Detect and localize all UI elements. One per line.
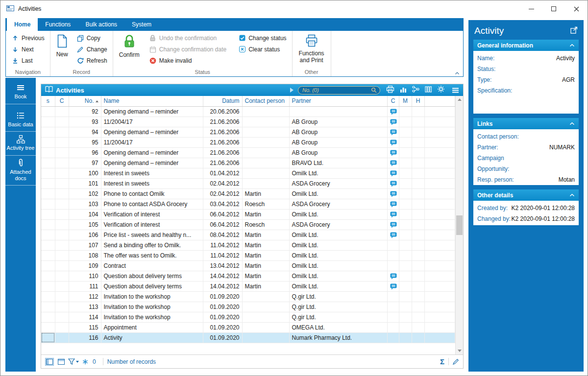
column-header-partner[interactable]: Partner (289, 96, 387, 106)
table-row[interactable]: 93 11/2004/17 21.06.2006 AB Group (41, 117, 455, 127)
columns-icon[interactable] (425, 86, 432, 94)
table-row[interactable]: 107 Send a binding offer to Omilk. 11.04… (41, 240, 455, 250)
table-row[interactable]: 109 Contract 13.04.2012 Martin Omilk Ltd… (41, 260, 455, 271)
table-row[interactable]: 92 Opening demand – reminder 20.06.2006 (41, 106, 455, 117)
scrollbar-thumb[interactable] (456, 215, 463, 235)
column-header-contact-person[interactable]: Contact person (242, 96, 289, 106)
table-row[interactable]: 106 Price list - sweets and healthy n...… (41, 230, 455, 240)
tab-home[interactable]: Home (7, 18, 38, 31)
sidebar-item-book[interactable]: Book (5, 80, 36, 104)
column-header-s[interactable]: s (41, 96, 55, 106)
marked-records-icon[interactable] (82, 359, 88, 365)
general-information-header[interactable]: General information (473, 40, 579, 51)
print-icon[interactable] (386, 86, 394, 95)
number-of-records-label[interactable]: Number of records (107, 358, 156, 365)
table-row[interactable]: 113 Invitation to the workshop 01.09.202… (41, 302, 455, 312)
vertical-scrollbar[interactable] (455, 96, 463, 354)
other-details-card: Other details Created by:K2 2020-09-01 1… (473, 189, 579, 225)
column-header-filler (424, 96, 455, 106)
workflow-icon[interactable] (412, 86, 419, 94)
scroll-up-button[interactable] (456, 96, 463, 103)
table-row[interactable]: 112 Invitation to the workshop 01.09.202… (41, 291, 455, 302)
field-opportunity: Opportunity: (477, 164, 575, 174)
list-icon (6, 111, 35, 120)
other-details-header[interactable]: Other details (473, 189, 579, 201)
table-row[interactable]: 102 Phone to contact Omilk 02.04.2012 Ma… (41, 188, 455, 199)
refresh-button[interactable]: Refresh (73, 55, 111, 66)
undo-confirmation-button: Undo the confirmation (146, 32, 230, 44)
sidebar-item-basic-data[interactable]: Basic data (5, 108, 36, 132)
next-button[interactable]: Next (8, 44, 48, 55)
scroll-down-button[interactable] (456, 347, 463, 354)
table-row[interactable]: 104 Verification of interest 06.04.2012 … (41, 209, 455, 219)
column-header-m[interactable]: M (399, 96, 412, 106)
comment-icon (390, 170, 397, 177)
filter-caret-icon (76, 361, 79, 363)
minimize-button[interactable] (520, 0, 542, 17)
tab-functions[interactable]: Functions (38, 18, 78, 31)
sidebar-item-activity-tree[interactable]: Activity tree (5, 132, 36, 156)
play-filter-icon[interactable] (290, 88, 294, 93)
change-status-icon (238, 34, 246, 42)
toggle-bottom-panel-button[interactable] (58, 359, 65, 365)
field-resp-person: Resp. person:Motan (477, 174, 575, 185)
green-lock-icon (122, 34, 136, 50)
search-input[interactable] (301, 87, 371, 94)
chevron-up-icon (569, 122, 575, 125)
table-row[interactable]: 101 Interest in sweets 02.04.2012 ASDA G… (41, 178, 455, 188)
tab-bulk-actions[interactable]: Bulk actions (78, 18, 124, 31)
change-button[interactable]: Change (73, 44, 111, 55)
table-row[interactable]: 110 Question about delivery terms 14.04.… (41, 271, 455, 281)
new-button[interactable]: New (52, 32, 72, 69)
left-sidebar: Book Basic data Activity tree Attached d… (5, 78, 36, 372)
gear-icon[interactable] (437, 85, 445, 95)
edit-icon[interactable] (453, 358, 459, 365)
sidebar-item-attached-docs[interactable]: Attached docs (5, 156, 36, 186)
column-header-datum[interactable]: Datum (203, 96, 242, 106)
ribbon-tabstrip: Home Functions Bulk actions System (5, 18, 464, 31)
table-row[interactable]: 105 Verification of interest 06.04.2012 … (41, 219, 455, 230)
links-header[interactable]: Links (473, 118, 579, 129)
table-row[interactable]: 95 11/2004/17 21.06.2006 AB Group (41, 137, 455, 147)
chart-icon[interactable] (400, 86, 407, 94)
sum-icon[interactable]: Σ (440, 358, 444, 365)
clear-status-button[interactable]: Clear status (235, 44, 290, 55)
table-row[interactable]: 108 The offer was sent to Omilk. 11.04.2… (41, 250, 455, 260)
column-header-c[interactable]: C (55, 96, 69, 106)
table-row[interactable]: 115 Appointment 01.09.2020 OMEGA Ltd. (41, 322, 455, 332)
column-header-no[interactable]: No. (69, 96, 101, 106)
table-row[interactable]: 103 Phone to contact ASDA Grocery 03.04.… (41, 199, 455, 209)
group-label-navigation: Navigation (6, 69, 50, 76)
column-header-c2[interactable]: C (387, 96, 399, 106)
filter-button[interactable] (68, 358, 79, 365)
table-row[interactable]: 100 Interest in sweets 01.04.2012 Omilk … (41, 168, 455, 178)
maximize-button[interactable] (542, 0, 565, 17)
toggle-side-panel-button[interactable] (45, 358, 54, 366)
change-status-button[interactable]: Change status (235, 32, 290, 44)
last-button[interactable]: Last (8, 55, 48, 66)
table-row[interactable]: 97 Opening demand – reminder 21.06.2006 … (41, 158, 455, 168)
field-created-by: Created by:K2 2020-09-01 12:00:28 (477, 203, 575, 213)
tab-system[interactable]: System (124, 18, 159, 31)
make-invalid-button[interactable]: Make invalid (146, 55, 230, 66)
column-header-h[interactable]: H (412, 96, 424, 106)
functions-and-print-button[interactable]: Functions and Print (294, 32, 329, 69)
confirm-button[interactable]: Confirm (115, 32, 144, 69)
expand-panel-icon[interactable] (570, 26, 578, 36)
copy-button[interactable]: Copy (73, 32, 111, 44)
collapse-ribbon-button[interactable] (455, 71, 460, 75)
calendar-icon (149, 46, 157, 53)
pencil-icon (76, 46, 84, 53)
table-row[interactable]: 114 Invitation to the workshop 01.09.202… (41, 312, 455, 322)
table-row[interactable]: 96 Opening demand – reminder 21.06.2006 … (41, 147, 455, 158)
group-label-record: Record (50, 69, 113, 76)
column-header-row: s C No. Name Datum Contact person Partne… (41, 96, 455, 106)
list-menu-icon[interactable] (452, 88, 459, 93)
table-row[interactable]: 94 Opening demand – reminder 21.06.2006 … (41, 127, 455, 137)
table-row[interactable]: 111 Question about delivery terms 14.04.… (41, 281, 455, 291)
close-button[interactable] (565, 0, 588, 17)
column-header-name[interactable]: Name (101, 96, 203, 106)
minimize-icon (529, 9, 534, 9)
previous-button[interactable]: Previous (8, 32, 48, 44)
table-row[interactable]: 116 Activity 01.09.2020 Numark Pharmacy … (41, 332, 455, 343)
